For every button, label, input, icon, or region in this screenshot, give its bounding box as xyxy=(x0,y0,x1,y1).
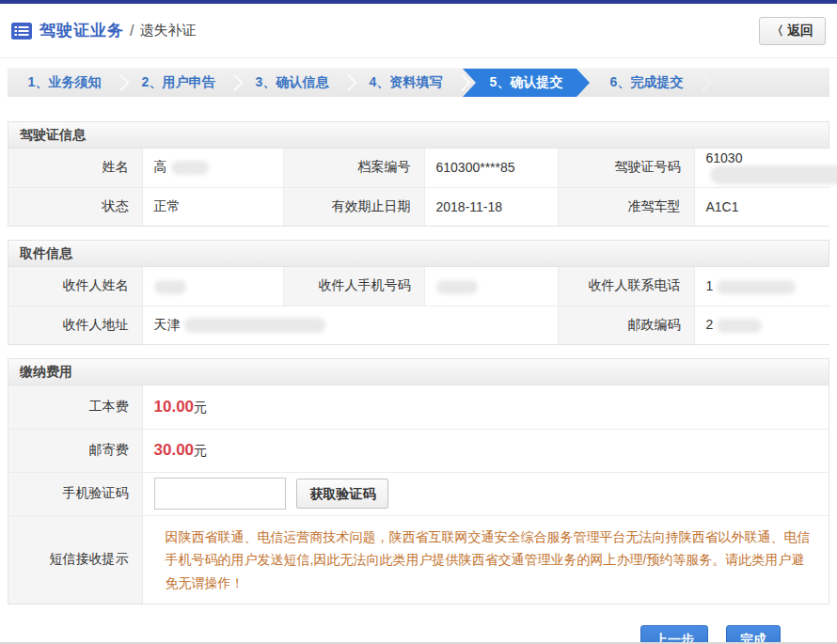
finish-button[interactable]: 完成 xyxy=(726,625,781,644)
fee-unit: 元 xyxy=(194,400,207,415)
chevron-left-icon: 〈 xyxy=(771,23,783,39)
step-label: 2、用户申告 xyxy=(142,74,215,91)
field-label-postage-fee: 邮寄费 xyxy=(8,429,142,472)
step-label: 5、确认提交 xyxy=(490,74,563,91)
production-fee-amount: 10.00 xyxy=(154,398,195,416)
field-value-expiry: 2018-11-18 xyxy=(424,187,558,226)
footer-actions: 上一步 完成 xyxy=(0,625,837,644)
get-sms-code-button[interactable]: 获取验证码 xyxy=(296,479,388,509)
step-2-user-declaration[interactable]: 2、用户申告 xyxy=(121,69,235,97)
field-value-sms-notice: 因陕西省联通、电信运营商技术问题，陕西省互联网交通安全综合服务管理平台无法向持陕… xyxy=(142,515,829,604)
section-license-info: 驾驶证信息 姓名 高 档案编号 610300****85 驾驶证号码 61030… xyxy=(8,121,829,227)
field-value-vehicle-class: A1C1 xyxy=(694,187,830,226)
table-row: 收件人姓名 收件人手机号码 收件人联系电话 1 xyxy=(8,267,830,306)
list-form-icon xyxy=(11,23,32,39)
title-separator: / xyxy=(130,23,134,39)
field-label-recipient-phone: 收件人联系电话 xyxy=(558,267,694,306)
redacted-value xyxy=(710,165,837,184)
field-label-status: 状态 xyxy=(8,187,142,226)
fee-unit: 元 xyxy=(194,443,207,458)
field-label-production-fee: 工本费 xyxy=(8,385,142,429)
field-label-name: 姓名 xyxy=(8,149,142,187)
section-pickup-info: 取件信息 收件人姓名 收件人手机号码 收件人联系电话 1 收件人地址 天津 邮政… xyxy=(8,240,829,345)
sms-notice-text: 因陕西省联通、电信运营商技术问题，陕西省互联网交通安全综合服务管理平台无法向持陕… xyxy=(154,516,829,605)
section-fees: 缴纳费用 工本费 10.00元 邮寄费 30.00元 手机验证码 获取验证码 短… xyxy=(8,358,829,605)
field-value-status: 正常 xyxy=(142,187,283,226)
redacted-value xyxy=(436,280,478,294)
field-value-postage-fee: 30.00元 xyxy=(142,429,829,472)
page-title: 驾驶证业务 xyxy=(39,20,124,41)
fees-table: 工本费 10.00元 邮寄费 30.00元 手机验证码 获取验证码 短信接收提示… xyxy=(8,385,829,604)
section-title: 取件信息 xyxy=(8,241,829,267)
field-value-production-fee: 10.00元 xyxy=(142,385,829,429)
field-value-recipient-address: 天津 xyxy=(142,306,558,344)
step-progress-bar: 1、业务须知 2、用户申告 3、确认信息 4、资料填写 5、确认提交 6、完成提… xyxy=(8,68,829,97)
pickup-info-table: 收件人姓名 收件人手机号码 收件人联系电话 1 收件人地址 天津 邮政编码 2 xyxy=(8,267,830,344)
field-value-recipient-name xyxy=(142,267,283,306)
step-3-confirm-info[interactable]: 3、确认信息 xyxy=(235,69,349,97)
table-row: 工本费 10.00元 xyxy=(8,385,829,429)
table-row: 邮寄费 30.00元 xyxy=(8,429,829,472)
back-button-label: 返回 xyxy=(787,23,813,39)
field-label-recipient-name: 收件人姓名 xyxy=(8,267,142,306)
license-info-table: 姓名 高 档案编号 610300****85 驾驶证号码 61030 状态 正常… xyxy=(8,149,830,226)
page-subtitle: 遗失补证 xyxy=(139,22,196,39)
field-label-license-no: 驾驶证号码 xyxy=(558,149,694,187)
postage-fee-amount: 30.00 xyxy=(154,441,195,459)
field-value-postal-code: 2 xyxy=(694,306,830,344)
redacted-value xyxy=(154,280,186,294)
step-5-confirm-submit[interactable]: 5、确认提交 xyxy=(463,69,590,97)
field-value-file-no: 610300****85 xyxy=(424,149,558,187)
field-value-recipient-phone: 1 xyxy=(694,267,830,306)
table-row: 姓名 高 档案编号 610300****85 驾驶证号码 61030 xyxy=(8,149,830,187)
field-value-sms-code: 获取验证码 xyxy=(142,472,829,515)
section-title: 驾驶证信息 xyxy=(8,122,829,149)
table-row: 手机验证码 获取验证码 xyxy=(8,472,829,515)
step-1-business-notes[interactable]: 1、业务须知 xyxy=(8,69,121,97)
field-value-name: 高 xyxy=(142,149,283,187)
redacted-value xyxy=(717,280,796,294)
step-4-fill-data[interactable]: 4、资料填写 xyxy=(349,69,463,97)
step-label: 6、完成提交 xyxy=(610,74,684,91)
redacted-value xyxy=(717,319,762,333)
field-label-file-no: 档案编号 xyxy=(283,149,424,187)
field-label-sms-code: 手机验证码 xyxy=(8,472,142,515)
page-header: 驾驶证业务 / 遗失补证 〈 返回 xyxy=(0,4,837,58)
table-row: 状态 正常 有效期止日期 2018-11-18 准驾车型 A1C1 xyxy=(8,187,830,226)
table-row: 收件人地址 天津 邮政编码 2 xyxy=(8,306,830,344)
redacted-value xyxy=(171,161,209,175)
step-label: 4、资料填写 xyxy=(370,74,443,91)
redacted-value xyxy=(184,318,325,333)
sms-code-input[interactable] xyxy=(154,478,286,510)
field-label-postal-code: 邮政编码 xyxy=(558,306,694,344)
section-title: 缴纳费用 xyxy=(8,359,829,385)
field-label-sms-notice: 短信接收提示 xyxy=(8,515,142,604)
back-button[interactable]: 〈 返回 xyxy=(759,17,826,45)
step-label: 3、确认信息 xyxy=(256,74,329,91)
field-label-vehicle-class: 准驾车型 xyxy=(558,187,694,226)
field-value-recipient-mobile xyxy=(424,267,558,306)
step-label: 1、业务须知 xyxy=(28,74,102,91)
table-row: 短信接收提示 因陕西省联通、电信运营商技术问题，陕西省互联网交通安全综合服务管理… xyxy=(8,515,829,604)
previous-step-button[interactable]: 上一步 xyxy=(640,625,708,644)
field-label-recipient-mobile: 收件人手机号码 xyxy=(283,267,424,306)
step-6-complete-submit[interactable]: 6、完成提交 xyxy=(590,69,703,97)
field-value-license-no: 61030 xyxy=(694,149,830,187)
field-label-recipient-address: 收件人地址 xyxy=(8,306,142,344)
field-label-expiry: 有效期止日期 xyxy=(283,187,424,226)
